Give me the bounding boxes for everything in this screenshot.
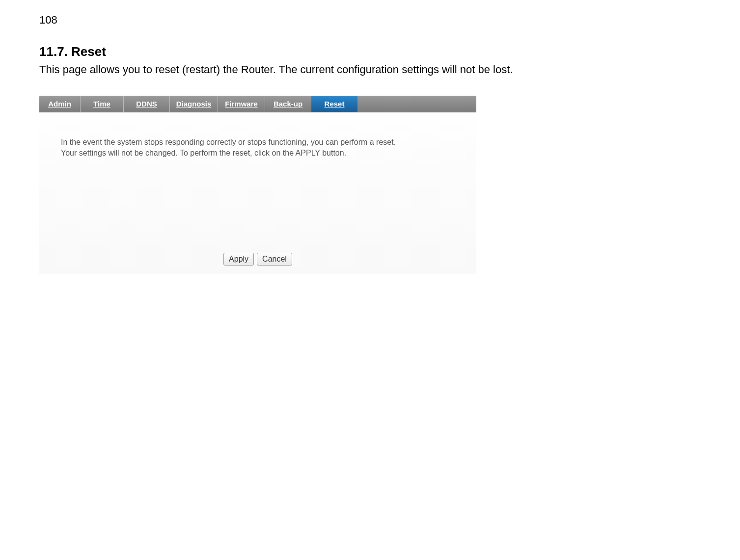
section-container: 11.7. Reset This page allows you to rese… xyxy=(39,44,701,274)
panel-text-line2: Your settings will not be changed. To pe… xyxy=(61,149,346,157)
cancel-button[interactable]: Cancel xyxy=(257,253,292,266)
tab-backup[interactable]: Back-up xyxy=(265,96,311,112)
apply-button[interactable]: Apply xyxy=(223,253,254,266)
tab-admin[interactable]: Admin xyxy=(39,96,81,112)
router-ui-screenshot: Admin Time DDNS Diagnosis Firmware Back-… xyxy=(39,96,476,274)
section-heading: 11.7. Reset xyxy=(39,44,701,59)
section-intro: This page allows you to reset (restart) … xyxy=(39,63,701,76)
tab-time[interactable]: Time xyxy=(81,96,124,112)
panel-text: In the event the system stops responding… xyxy=(61,137,455,158)
tab-firmware[interactable]: Firmware xyxy=(218,96,265,112)
router-panel-body: In the event the system stops responding… xyxy=(39,112,476,274)
tab-ddns[interactable]: DDNS xyxy=(124,96,170,112)
button-row: Apply Cancel xyxy=(39,253,476,266)
panel-text-line1: In the event the system stops responding… xyxy=(61,138,396,146)
tab-bar: Admin Time DDNS Diagnosis Firmware Back-… xyxy=(39,96,476,112)
tab-reset[interactable]: Reset xyxy=(311,96,357,112)
page-number: 108 xyxy=(39,14,57,27)
tab-diagnosis[interactable]: Diagnosis xyxy=(170,96,218,112)
